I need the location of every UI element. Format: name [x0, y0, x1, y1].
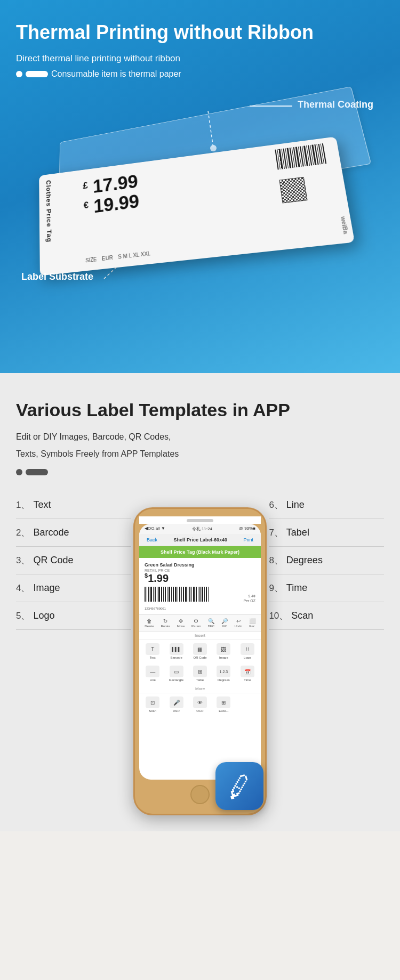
nav-title: Shelf Price Label-60x40	[173, 537, 227, 542]
tool-param[interactable]: ⚙ Param	[191, 618, 201, 628]
tool-undo-label: Undo	[235, 625, 242, 628]
svg-rect-33	[155, 587, 156, 602]
delete-icon: 🗑	[147, 618, 152, 624]
feature-item-1: 1、 Text	[16, 491, 131, 519]
svg-rect-36	[161, 587, 162, 602]
svg-rect-6	[278, 149, 283, 169]
ocr-icon: 👁	[193, 696, 207, 708]
insert-table[interactable]: ⊞ Table	[189, 666, 211, 682]
svg-rect-41	[171, 587, 172, 602]
insert-rectangle[interactable]: ▭ Rectangle	[165, 666, 187, 682]
phone-area: ◀OO.all ▼ 令礼 11:24 @ 93%■ Back Shelf Pri…	[131, 507, 269, 815]
features-right: 6、 Line 7、 Tabel 8、 Degrees 9、 Time 10、 …	[269, 491, 384, 815]
param-icon: ⚙	[194, 618, 198, 624]
insert-degrees[interactable]: 1.2.3 Degrees	[212, 666, 235, 682]
tool-inc-label: INC	[222, 625, 227, 628]
feature-num-9: 9、	[269, 582, 283, 594]
feature-item-5: 5、 Logo	[16, 602, 131, 630]
svg-rect-52	[193, 587, 195, 602]
consumable-text: Consumable item is thermal paper	[51, 69, 181, 79]
rectangle-icon: ▭	[170, 666, 183, 677]
barcode-svg	[275, 143, 328, 176]
phone-nav-bar[interactable]: Back Shelf Price Label-60x40 Print	[139, 534, 261, 546]
insert-image[interactable]: 🖼 Image	[212, 643, 235, 659]
dot-line-consumable: Consumable item is thermal paper	[16, 69, 384, 79]
more-asr-label: ASR	[173, 709, 179, 712]
svg-rect-56	[202, 587, 203, 602]
asr-icon: 🎤	[170, 696, 183, 708]
insert-line[interactable]: — Line	[141, 666, 164, 682]
svg-rect-28	[145, 587, 146, 602]
phone-insert-grid: T Text ▌▌▌ Barcode ▦ QR Code 🖼	[139, 640, 261, 662]
section-templates: Various Label Templates in APP Edit or D…	[0, 373, 400, 831]
feature-num-4: 4、	[16, 582, 30, 594]
feature-num-1: 1、	[16, 499, 30, 511]
more-ocr[interactable]: 👁 OCR	[189, 696, 211, 712]
tool-rec-label: Rec	[249, 625, 255, 628]
phone-more-label: More	[139, 685, 261, 693]
more-ocr-label: OCR	[196, 709, 203, 712]
svg-rect-8	[283, 149, 287, 169]
svg-rect-55	[199, 587, 201, 602]
dot-circle-dark	[16, 469, 22, 475]
dot-line-dark	[16, 469, 384, 475]
tool-inc[interactable]: 🔎 INC	[221, 618, 228, 628]
qrcode-icon: ▦	[193, 643, 207, 655]
insert-text-label: Text	[150, 656, 156, 659]
degrees-icon: 1.2.3	[217, 666, 230, 677]
label-size-row: SIZE EUR S M L XL XXL	[85, 250, 151, 263]
svg-rect-48	[185, 587, 187, 602]
tool-rotate-label: Rotate	[161, 625, 170, 628]
feature-item-9: 9、 Time	[269, 574, 384, 602]
insert-text[interactable]: T Text	[141, 643, 164, 659]
svg-rect-35	[158, 587, 160, 602]
phone-price-per: 9.4¢Per OZ	[243, 594, 255, 603]
insert-barcode[interactable]: ▌▌▌ Barcode	[165, 643, 187, 659]
feature-label-2: Barcode	[33, 527, 69, 538]
insert-time[interactable]: 📅 Time	[236, 666, 259, 682]
svg-rect-27	[322, 143, 327, 164]
svg-rect-59	[208, 587, 209, 602]
tool-move[interactable]: ✥ Move	[177, 618, 185, 628]
logo-icon: ⁞⁞	[241, 643, 254, 655]
phone-toolbar: 🗑 Delete ↻ Rotate ✥ Move ⚙	[139, 614, 261, 631]
insert-qrcode-label: QR Code	[193, 656, 206, 659]
tool-rec[interactable]: ⬜ Rec	[249, 618, 255, 628]
tool-undo[interactable]: ↩ Undo	[235, 618, 242, 628]
svg-rect-39	[167, 587, 167, 602]
section-templates-desc2: Texts, Symbols Freely from APP Templates	[16, 447, 384, 461]
tool-rotate[interactable]: ↻ Rotate	[161, 618, 170, 628]
phone-home-button[interactable]	[190, 785, 210, 804]
feature-item-6: 6、 Line	[269, 491, 384, 519]
feature-item-7: 7、 Tabel	[269, 519, 384, 547]
phone-retail-label: RETAIL PRICE	[145, 569, 255, 572]
tool-delete[interactable]: 🗑 Delete	[145, 618, 154, 628]
insert-image-label: Image	[219, 656, 228, 659]
svg-rect-53	[196, 587, 197, 602]
insert-logo[interactable]: ⁞⁞ Logo	[236, 643, 259, 659]
svg-rect-4	[275, 150, 278, 170]
features-left: 1、 Text 2、 Barcode 3、 QR Code 4、 Image 5…	[16, 491, 131, 815]
insert-qrcode[interactable]: ▦ QR Code	[189, 643, 211, 659]
more-excel[interactable]: ⊞ Exce...	[212, 696, 235, 712]
tool-delete-label: Delete	[145, 625, 154, 628]
svg-rect-31	[150, 587, 152, 602]
label-brand: weiBa	[340, 216, 350, 234]
more-asr[interactable]: 🎤 ASR	[165, 696, 187, 712]
tool-dec[interactable]: 🔍 DEC	[207, 618, 214, 628]
more-scan[interactable]: ⊡ Scan	[141, 696, 164, 712]
label-currency: EUR	[102, 255, 113, 262]
feature-num-3: 3、	[16, 554, 30, 566]
nav-back[interactable]: Back	[147, 537, 157, 542]
feature-item-10: 10、 Scan	[269, 602, 384, 630]
phone-barcode-area: 123456789001 9.4¢Per OZ	[145, 587, 255, 610]
label-title: Clothes Price Tag	[45, 180, 53, 242]
svg-rect-47	[183, 587, 184, 602]
svg-rect-54	[198, 587, 198, 602]
feature-label-8: Degrees	[286, 555, 323, 566]
nav-print[interactable]: Print	[243, 537, 253, 542]
status-left: ◀OO.all ▼	[145, 526, 165, 532]
feature-item-4: 4、 Image	[16, 574, 131, 602]
undo-icon: ↩	[236, 618, 241, 624]
dot-circle	[16, 71, 22, 77]
